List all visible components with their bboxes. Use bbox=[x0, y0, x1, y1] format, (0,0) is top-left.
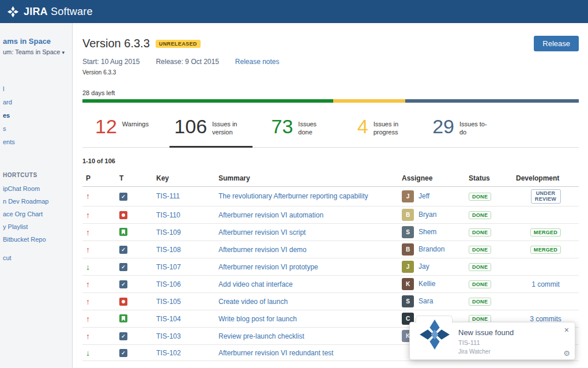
table-row: ↑ TIS-110 Afterburner revision VI automa… bbox=[82, 206, 579, 224]
status-badge: DONE bbox=[469, 263, 491, 271]
avatar: S bbox=[402, 226, 414, 238]
assignee-link[interactable]: Jay bbox=[419, 262, 429, 271]
shortcuts-heading: HORTCUTS bbox=[3, 172, 70, 178]
column-header-key[interactable]: Key bbox=[153, 170, 215, 187]
issue-summary-link[interactable]: Afterburner revision VI script bbox=[218, 228, 306, 236]
type-task-icon bbox=[119, 280, 127, 288]
project-name-link[interactable]: ams in Space bbox=[3, 37, 70, 46]
table-row: ↑ TIS-108 Afterburner revision VI demo B… bbox=[82, 241, 579, 258]
assignee-link[interactable]: Sara bbox=[419, 297, 433, 305]
column-header-summary[interactable]: Summary bbox=[215, 170, 398, 187]
stat-value: 12 bbox=[95, 117, 117, 136]
priority-up-icon: ↑ bbox=[86, 332, 90, 341]
type-task-icon bbox=[119, 349, 127, 357]
app-title[interactable]: JIRA Software bbox=[24, 6, 93, 18]
issue-summary-link[interactable]: Add video chat interface bbox=[218, 280, 293, 288]
release-button[interactable]: Release bbox=[534, 36, 579, 51]
issue-summary-link[interactable]: Afterburner revision VI redundant test bbox=[218, 349, 333, 357]
assignee-link[interactable]: Kellie bbox=[419, 280, 435, 288]
column-header-status[interactable]: Status bbox=[463, 170, 512, 187]
table-row: ↑ TIS-106 Add video chat interface KKell… bbox=[82, 276, 579, 293]
issue-summary-link[interactable]: Afterburner revision VI automation bbox=[218, 211, 323, 219]
sidebar-shortcut-link[interactable]: n Dev Roadmap bbox=[3, 198, 70, 205]
close-icon[interactable]: × bbox=[564, 325, 569, 335]
stat-issues-in-progress[interactable]: 4Issues in progress bbox=[357, 117, 407, 147]
sidebar-nav-item[interactable]: l bbox=[3, 85, 70, 92]
stats-section: 12Warnings106Issues in version73Issues d… bbox=[82, 103, 579, 148]
stat-warnings[interactable]: 12Warnings bbox=[95, 117, 149, 147]
assignee-link[interactable]: Jeff bbox=[419, 191, 429, 200]
development-cell bbox=[512, 293, 579, 310]
sidebar-shortcut-link[interactable]: cut bbox=[3, 254, 70, 261]
avatar: J bbox=[402, 261, 414, 273]
stat-issues-in-version[interactable]: 106Issues in version bbox=[174, 117, 246, 147]
stat-issues-to-do[interactable]: 29Issues to-do bbox=[432, 117, 493, 147]
stat-label: Issues to-do bbox=[459, 117, 493, 137]
assignee-link[interactable]: Bryan bbox=[419, 211, 436, 219]
priority-down-icon: ↓ bbox=[86, 348, 90, 358]
avatar: B bbox=[402, 209, 414, 221]
assignee-link[interactable]: Brandon bbox=[419, 245, 444, 253]
issue-summary-link[interactable]: Review pre-launch checklist bbox=[218, 332, 304, 340]
issue-summary-link[interactable]: Afterburner revision VI demo bbox=[218, 246, 307, 254]
table-header-row: P T Key Summary Assignee Status Developm… bbox=[82, 170, 579, 187]
stat-label: Issues in version bbox=[212, 117, 246, 137]
stat-label: Issues in progress bbox=[374, 117, 407, 137]
column-header-priority[interactable]: P bbox=[82, 170, 116, 187]
sidebar-nav-item[interactable]: ents bbox=[3, 138, 70, 145]
status-badge: DONE bbox=[469, 280, 491, 288]
stat-label: Warnings bbox=[122, 117, 149, 129]
brand-software: Software bbox=[51, 6, 93, 17]
column-header-type[interactable]: T bbox=[116, 170, 153, 187]
issue-key-link[interactable]: TIS-104 bbox=[156, 315, 181, 323]
priority-up-icon: ↑ bbox=[86, 314, 90, 324]
sidebar-shortcut-link[interactable]: y Playlist bbox=[3, 223, 70, 230]
issue-key-link[interactable]: TIS-110 bbox=[156, 211, 180, 219]
issue-summary-link[interactable]: Write blog post for launch bbox=[218, 315, 297, 323]
issue-key-link[interactable]: TIS-106 bbox=[156, 280, 181, 288]
issue-summary-link[interactable]: The revolutionary Afterburner reporting … bbox=[218, 192, 368, 200]
progress-segment-in-progress bbox=[333, 99, 405, 103]
column-header-development[interactable]: Development bbox=[512, 170, 579, 187]
type-story-icon bbox=[119, 228, 127, 236]
priority-up-icon: ↑ bbox=[86, 245, 90, 254]
notification-title: New issue found bbox=[458, 328, 561, 337]
priority-up-icon: ↑ bbox=[86, 211, 90, 220]
issue-summary-link[interactable]: Create video of launch bbox=[218, 298, 288, 306]
issue-key-link[interactable]: TIS-103 bbox=[156, 332, 181, 340]
days-left-label: 28 days left bbox=[82, 89, 579, 96]
gear-icon[interactable]: ⚙ bbox=[563, 349, 570, 358]
priority-up-icon: ↑ bbox=[86, 228, 90, 237]
notification-issue-key[interactable]: TIS-111 bbox=[458, 339, 561, 346]
issue-summary-link[interactable]: Afterburner revision VI prototype bbox=[218, 263, 318, 271]
issue-key-link[interactable]: TIS-108 bbox=[156, 246, 181, 254]
assignee-link[interactable]: Shem bbox=[419, 228, 436, 236]
column-header-assignee[interactable]: Assignee bbox=[398, 170, 463, 187]
commits-link[interactable]: 1 commit bbox=[532, 280, 560, 288]
stat-value: 106 bbox=[174, 117, 207, 136]
type-task-icon bbox=[119, 332, 127, 340]
sidebar-nav-item[interactable]: s bbox=[3, 125, 70, 132]
sidebar-nav-item[interactable]: es bbox=[3, 112, 70, 119]
status-badge: DONE bbox=[469, 193, 491, 201]
issue-key-link[interactable]: TIS-109 bbox=[156, 228, 181, 236]
development-cell: MERGED bbox=[512, 241, 579, 258]
issue-key-link[interactable]: TIS-111 bbox=[156, 192, 180, 200]
stat-issues-done[interactable]: 73Issues done bbox=[272, 117, 332, 147]
board-selector[interactable]: um: Teams in Space ▾ bbox=[3, 48, 70, 55]
avatar: S bbox=[402, 295, 414, 307]
sidebar-nav-item[interactable]: ard bbox=[3, 99, 70, 106]
stat-value: 29 bbox=[432, 117, 454, 136]
unreleased-badge: UNRELEASED bbox=[156, 40, 201, 48]
issue-key-link[interactable]: TIS-107 bbox=[156, 263, 181, 271]
type-task-icon bbox=[119, 263, 127, 271]
issue-key-link[interactable]: TIS-102 bbox=[156, 349, 181, 357]
sidebar-shortcut-link[interactable]: Bitbucket Repo bbox=[3, 236, 70, 243]
release-notes-link[interactable]: Release notes bbox=[235, 58, 280, 66]
issue-key-link[interactable]: TIS-105 bbox=[156, 298, 181, 306]
under-review-badge: UNDER REVIEW bbox=[531, 189, 561, 204]
sidebar-shortcut-link[interactable]: ace Org Chart bbox=[3, 211, 70, 217]
sidebar-shortcut-link[interactable]: ipChat Room bbox=[3, 185, 70, 192]
table-row: ↑ TIS-105 Create video of launch SSara D… bbox=[82, 293, 579, 310]
progress-segment-to-do bbox=[405, 99, 579, 103]
